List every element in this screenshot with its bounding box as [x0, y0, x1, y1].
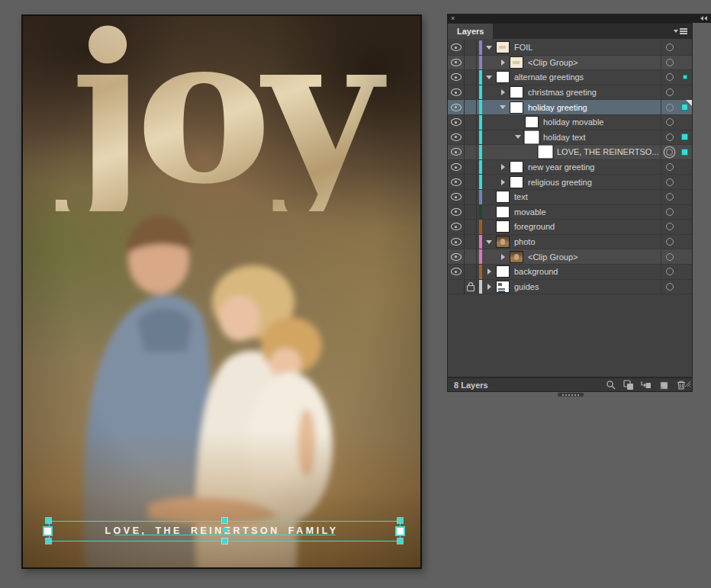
visibility-toggle[interactable]	[448, 205, 465, 220]
expand-triangle-icon[interactable]	[499, 254, 507, 260]
lock-toggle[interactable]	[465, 70, 477, 85]
layer-row-foreground[interactable]: foreground	[448, 220, 692, 235]
lock-toggle[interactable]	[465, 175, 477, 189]
selection-indicator[interactable]	[677, 145, 692, 159]
visibility-toggle[interactable]	[448, 100, 465, 114]
lock-toggle[interactable]	[465, 56, 477, 70]
layer-row-holiday-movable[interactable]: holiday movable	[448, 115, 692, 130]
visibility-toggle[interactable]	[448, 235, 465, 249]
lock-toggle[interactable]	[465, 115, 477, 130]
visibility-toggle[interactable]	[448, 190, 465, 204]
handle-right-mid[interactable]	[395, 526, 405, 536]
target-circle[interactable]	[661, 175, 677, 189]
target-circle[interactable]	[661, 56, 677, 70]
lock-toggle[interactable]	[465, 40, 477, 55]
expand-triangle-icon[interactable]	[485, 76, 493, 79]
expand-triangle-icon[interactable]	[485, 240, 493, 244]
layer-row-holiday-greeting[interactable]: holiday greeting	[448, 100, 692, 115]
lock-toggle[interactable]	[465, 190, 477, 204]
handle-bottom-right[interactable]	[397, 538, 403, 544]
expand-triangle-icon[interactable]	[499, 89, 507, 95]
expand-triangle-icon[interactable]	[485, 284, 493, 290]
layer-row-love-text-object[interactable]: LOVE, THE REINERTSO...	[448, 145, 692, 160]
target-circle[interactable]	[661, 265, 677, 279]
layer-row-guides[interactable]: guides	[448, 280, 692, 295]
target-circle[interactable]	[661, 190, 677, 204]
make-clip-mask-icon[interactable]	[622, 379, 635, 390]
layer-row-foil[interactable]: FOIL	[448, 40, 692, 56]
lock-toggle[interactable]	[465, 160, 477, 175]
target-circle[interactable]	[661, 70, 677, 85]
selection-indicator[interactable]	[677, 130, 692, 145]
expand-triangle-icon[interactable]	[499, 164, 507, 170]
lock-toggle[interactable]	[465, 220, 477, 234]
expand-triangle-icon[interactable]	[514, 135, 522, 139]
visibility-toggle[interactable]	[448, 265, 465, 279]
visibility-toggle[interactable]	[448, 115, 465, 130]
layer-row-christmas-greeting[interactable]: christmas greeting	[448, 85, 692, 101]
tab-layers[interactable]: Layers	[448, 24, 493, 40]
layer-row-new-year-greeting[interactable]: new year greeting	[448, 160, 692, 175]
target-circle[interactable]	[661, 130, 677, 145]
visibility-toggle[interactable]	[448, 145, 465, 159]
lock-toggle[interactable]	[465, 85, 477, 100]
lock-toggle[interactable]	[465, 235, 477, 249]
target-circle[interactable]	[661, 145, 677, 159]
panel-menu-icon[interactable]	[674, 28, 687, 34]
new-sublayer-icon[interactable]	[639, 379, 652, 390]
lock-toggle[interactable]	[465, 205, 477, 220]
target-circle[interactable]	[661, 235, 677, 249]
visibility-toggle[interactable]	[448, 130, 465, 145]
selection-indicator[interactable]	[677, 70, 692, 85]
visibility-toggle[interactable]	[448, 220, 465, 234]
expand-triangle-icon[interactable]	[499, 105, 507, 109]
visibility-toggle[interactable]	[448, 160, 465, 175]
target-circle[interactable]	[661, 220, 677, 234]
target-circle[interactable]	[661, 85, 677, 100]
handle-top-mid[interactable]	[222, 518, 227, 523]
target-circle[interactable]	[661, 160, 677, 175]
expand-triangle-icon[interactable]	[499, 59, 507, 66]
layer-row-movable[interactable]: movable	[448, 205, 692, 220]
layer-row-text[interactable]: text	[448, 190, 692, 205]
lock-toggle[interactable]	[465, 249, 477, 264]
lock-toggle[interactable]	[465, 100, 477, 114]
visibility-toggle[interactable]	[448, 70, 465, 85]
target-circle[interactable]	[661, 205, 677, 220]
handle-bottom-left[interactable]	[46, 538, 51, 544]
panel-resize-grip[interactable]	[684, 377, 691, 390]
layer-row-background[interactable]: background	[448, 265, 692, 280]
lock-toggle[interactable]	[465, 265, 477, 279]
lock-toggle[interactable]	[465, 130, 477, 145]
handle-left-mid[interactable]	[43, 526, 53, 536]
layer-row-holiday-text[interactable]: holiday text	[448, 130, 692, 146]
layer-row-clip-group-photo[interactable]: <Clip Group>	[448, 249, 692, 265]
expand-triangle-icon[interactable]	[485, 268, 493, 275]
handle-top-left[interactable]	[46, 518, 51, 523]
layer-row-religious-greeting[interactable]: religious greeting	[448, 175, 692, 190]
lock-toggle[interactable]	[465, 145, 477, 159]
visibility-toggle[interactable]	[448, 175, 465, 189]
handle-center[interactable]	[223, 528, 227, 532]
visibility-toggle[interactable]	[448, 56, 465, 70]
handle-top-right[interactable]	[397, 518, 403, 523]
visibility-toggle[interactable]	[448, 85, 465, 100]
new-layer-icon[interactable]	[657, 379, 670, 390]
visibility-toggle[interactable]	[448, 249, 465, 264]
visibility-toggle[interactable]	[448, 40, 465, 55]
collapse-panel-icon[interactable]	[700, 16, 707, 21]
close-icon[interactable]: ×	[451, 14, 455, 23]
target-circle[interactable]	[661, 280, 677, 294]
expand-triangle-icon[interactable]	[485, 46, 493, 50]
locate-object-icon[interactable]	[604, 379, 617, 390]
target-circle[interactable]	[661, 115, 677, 130]
layer-row-clip-group-foil[interactable]: <Clip Group>	[448, 56, 692, 71]
layer-row-photo[interactable]: photo	[448, 235, 692, 250]
target-circle[interactable]	[661, 100, 677, 114]
target-circle[interactable]	[661, 40, 677, 55]
layer-row-alternate-greetings[interactable]: alternate greetings	[448, 70, 692, 85]
target-circle[interactable]	[661, 249, 677, 264]
visibility-toggle[interactable]	[448, 280, 465, 294]
dock-drag-handle[interactable]	[558, 393, 584, 397]
handle-bottom-mid[interactable]	[222, 538, 227, 544]
